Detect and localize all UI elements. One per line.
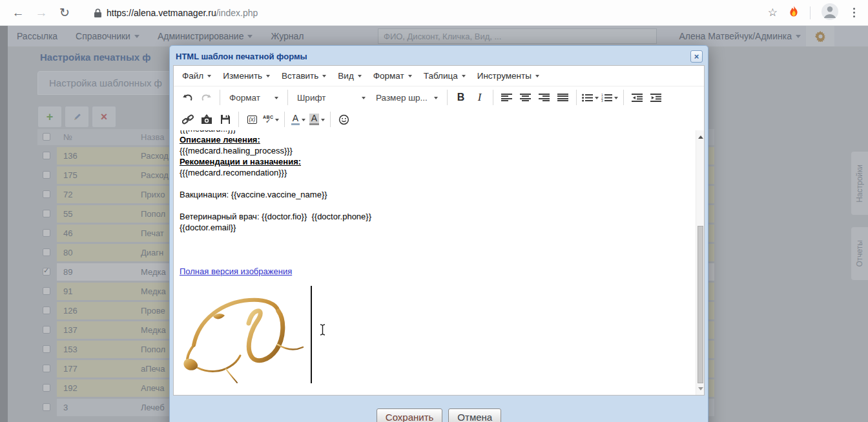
spellcheck-icon: ABC✓ — [263, 116, 273, 123]
browser-reload-button[interactable]: ↻ — [53, 1, 76, 25]
align-justify-button[interactable] — [555, 90, 571, 106]
chevron-down-icon — [535, 75, 539, 79]
menu-file[interactable]: Файл — [176, 68, 217, 83]
save-icon — [220, 114, 231, 125]
align-justify-icon — [557, 94, 568, 102]
align-center-icon — [520, 94, 531, 102]
chevron-down-icon — [275, 119, 279, 123]
chevron-down-icon — [321, 119, 325, 123]
editor-toolbar-row2: (x) ABC✓ A A — [174, 108, 704, 130]
indent-button[interactable] — [648, 90, 664, 106]
chevron-down-icon — [358, 75, 362, 79]
svg-text:3: 3 — [601, 99, 603, 102]
content-vaccination: Вакцинация: {{vaccine.vaccine_name}} — [180, 189, 695, 200]
emoticon-button[interactable] — [336, 112, 352, 128]
align-right-icon — [539, 94, 550, 102]
content-email: {{doctor.email}} — [180, 222, 695, 233]
save-template-button[interactable] — [217, 112, 233, 128]
dialog-close-button[interactable]: × — [690, 50, 703, 63]
close-icon: × — [694, 52, 699, 61]
chevron-down-icon — [274, 97, 278, 101]
undo-icon — [182, 93, 193, 103]
variable-icon: (x) — [247, 116, 258, 124]
editor-content[interactable]: {{{medcard...}}} Описание лечения: {{{me… — [174, 130, 695, 395]
undo-button[interactable] — [180, 90, 196, 106]
browser-toolbar: ← → ↻ https://alena.vetmanager.ru/index.… — [0, 0, 868, 26]
scrollbar-thumb[interactable] — [698, 226, 703, 383]
editor-toolbar-row1: Формат Шрифт Размер шр... B I 123 — [174, 86, 704, 108]
editor-scrollbar[interactable] — [696, 130, 704, 395]
font-family-dropdown[interactable]: Шрифт — [294, 90, 369, 106]
camera-upload-icon — [201, 114, 212, 125]
dog-image[interactable] — [180, 283, 695, 386]
bullet-list-icon — [582, 94, 593, 102]
menu-tools[interactable]: Инструменты — [471, 68, 545, 83]
url-path: /index.php — [216, 8, 258, 18]
full-image-link[interactable]: Полная версия изображения — [180, 266, 292, 276]
chevron-down-icon — [302, 119, 305, 123]
redo-button[interactable] — [198, 90, 214, 106]
bullet-list-button[interactable] — [582, 90, 599, 106]
text-color-button[interactable]: A — [290, 112, 306, 128]
outdent-button[interactable] — [629, 90, 645, 106]
chevron-down-icon — [408, 75, 412, 79]
align-center-button[interactable] — [517, 90, 533, 106]
chevron-down-icon — [207, 75, 211, 79]
browser-forward-button[interactable]: → — [30, 1, 53, 25]
indent-icon — [650, 94, 661, 102]
italic-button[interactable]: I — [471, 90, 488, 106]
font-size-dropdown[interactable]: Размер шр... — [373, 90, 441, 106]
insert-variable-button[interactable]: (x) — [244, 112, 260, 128]
chevron-down-icon — [434, 97, 438, 101]
upload-image-button[interactable] — [198, 112, 214, 128]
save-button[interactable]: Сохранить — [377, 408, 443, 422]
numbered-list-button[interactable]: 123 — [601, 90, 618, 106]
background-color-icon: A — [309, 114, 319, 125]
outdent-icon — [632, 94, 643, 102]
menu-view[interactable]: Вид — [332, 68, 367, 83]
dialog-footer: Сохранить Отмена — [170, 405, 708, 422]
align-right-button[interactable] — [536, 90, 552, 106]
background-color-button[interactable]: A — [309, 112, 325, 128]
menu-table[interactable]: Таблица — [418, 68, 471, 83]
menu-format[interactable]: Формат — [367, 68, 418, 83]
insert-link-button[interactable] — [180, 112, 196, 128]
chevron-down-icon — [322, 75, 326, 79]
screen: ← → ↻ https://alena.vetmanager.ru/index.… — [0, 0, 868, 422]
menu-edit[interactable]: Изменить — [217, 68, 276, 83]
menu-insert[interactable]: Вставить — [276, 68, 332, 83]
scroll-up-arrow[interactable] — [698, 133, 703, 139]
ibeam-cursor — [320, 324, 326, 338]
browser-menu-button[interactable] — [849, 8, 859, 17]
numbered-list-icon: 123 — [601, 94, 612, 102]
chevron-down-icon — [595, 97, 599, 101]
browser-back-button[interactable]: ← — [6, 1, 30, 25]
content-heading: Описание лечения: — [180, 134, 695, 145]
smiley-icon — [338, 114, 349, 125]
align-left-icon — [501, 94, 512, 102]
text-caret — [311, 286, 312, 383]
profile-avatar[interactable] — [822, 3, 838, 23]
redo-icon — [201, 93, 212, 103]
chevron-down-icon — [462, 75, 466, 79]
scroll-down-arrow[interactable] — [698, 387, 703, 393]
format-dropdown[interactable]: Формат — [226, 90, 282, 106]
lock-icon — [94, 8, 101, 17]
dog-outline-drawing — [180, 283, 309, 383]
text-color-icon: A — [291, 114, 300, 125]
content-variable: {{{medcard.recomendation}}} — [180, 167, 695, 178]
chevron-down-icon — [362, 97, 366, 101]
bold-button[interactable]: B — [453, 90, 469, 106]
align-left-button[interactable] — [499, 90, 515, 106]
address-bar[interactable]: https://alena.vetmanager.ru/index.php — [107, 8, 258, 18]
spellcheck-button[interactable]: ABC✓ — [263, 112, 279, 128]
bookmark-star-icon[interactable]: ☆ — [768, 6, 778, 19]
editor-menubar: Файл Изменить Вставить Вид Формат Таблиц… — [174, 66, 704, 86]
toolbar-divider — [810, 6, 811, 19]
cancel-button[interactable]: Отмена — [448, 408, 501, 422]
html-template-dialog: HTML шаблон печатной формы × Файл Измени… — [169, 45, 708, 422]
content-heading: Рекомендации и назначения: — [180, 156, 695, 167]
content-doctor: Ветеринарный врач: {{doctor.fio}} {{doct… — [180, 211, 695, 222]
flame-extension-icon[interactable] — [789, 6, 799, 20]
url-host: https://alena.vetmanager.ru — [107, 8, 216, 18]
